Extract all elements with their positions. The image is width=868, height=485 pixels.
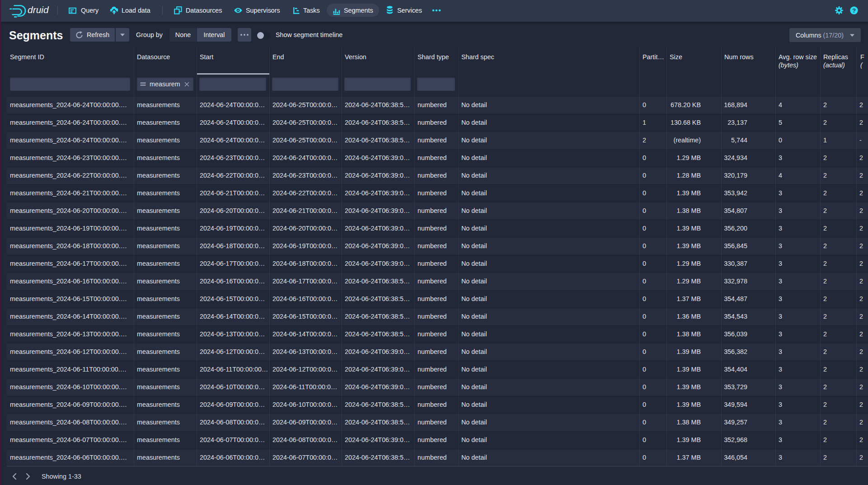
svg-text:?: ? — [852, 7, 856, 14]
